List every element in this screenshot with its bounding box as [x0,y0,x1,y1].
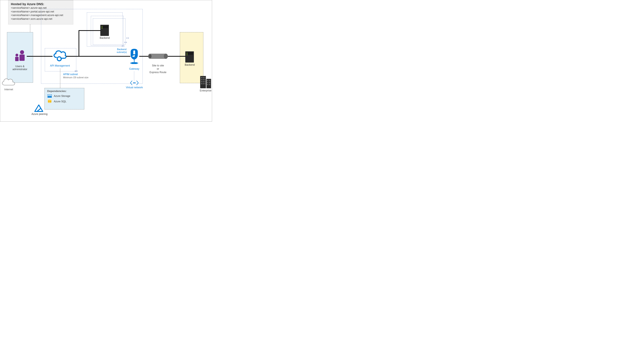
conn-pipe-enterprise [168,56,186,57]
svg-point-20 [133,50,135,52]
vpn-label-3: Express Route [147,71,169,74]
backend-top-label: Backend [98,36,111,40]
gateway-label: Gateway [126,68,142,70]
svg-rect-4 [15,57,18,61]
svg-rect-52 [207,80,208,81]
svg-rect-54 [207,82,208,83]
svg-rect-21 [133,52,135,54]
svg-point-35 [187,53,188,53]
svg-rect-59 [48,96,52,98]
svg-rect-25 [137,63,138,64]
svg-point-11 [125,42,126,42]
cloud-icon [0,76,16,88]
api-management-icon [52,49,67,62]
svg-point-62 [48,100,51,101]
svg-text:SQL: SQL [48,102,51,103]
svg-rect-41 [203,77,204,78]
enterprise-building-icon [200,73,212,89]
svg-point-32 [149,54,152,58]
svg-point-10 [123,46,123,46]
svg-rect-42 [204,77,205,78]
svg-rect-46 [201,81,202,82]
virtual-network-icon [129,80,140,86]
svg-rect-55 [209,82,210,83]
conn-apim-gateway [66,56,130,57]
internet-label: Internet [3,88,14,91]
svg-rect-44 [203,79,204,80]
svg-rect-2 [20,54,24,61]
dns-title: Hosted by Azure DNS: [11,2,70,6]
conn-users-apim [27,56,52,57]
enterprise-server-icon [185,51,194,62]
svg-rect-56 [207,84,208,85]
svg-point-26 [133,82,134,83]
svg-rect-57 [209,84,210,85]
apim-label: API Management [46,64,74,67]
svg-rect-30 [150,54,166,59]
svg-rect-50 [203,83,204,84]
vpn-label-1: Site to site [147,64,169,67]
virtual-network-label: Virtual network [123,86,146,89]
svg-point-31 [164,54,168,59]
backend-subnet-box-3 [93,18,126,45]
dependency-row-storage: Azure Storage [47,94,82,98]
vpn-label-2: or [147,68,169,70]
svg-point-3 [16,54,18,56]
svg-point-28 [135,82,136,83]
dependencies-box: Dependencies: Azure Storage SQL Azure SQ… [44,88,84,110]
svg-rect-60 [48,95,52,95]
svg-rect-24 [130,63,132,64]
apim-to-deps-connector [60,68,60,88]
users-label: Users & administrator [8,65,31,71]
backend-subnet-peering-icon-3 [126,37,129,39]
svg-rect-53 [209,80,210,81]
svg-rect-34 [186,52,193,55]
apim-subnet-note: Minimum /29 subnet size [63,76,94,79]
dependency-sql-label: Azure SQL [54,100,66,103]
svg-rect-49 [201,83,202,84]
backend-subnet-peering-icon-2 [124,41,127,43]
svg-point-18 [102,27,102,28]
gateway-to-vnet-connector [134,72,134,81]
architecture-diagram: Hosted by Azure DNS: <serviceName>.azure… [0,0,212,122]
svg-rect-48 [204,81,205,82]
svg-point-8 [76,71,77,72]
backend-subnet-label: Backend subnet(s) [113,48,130,54]
svg-point-17 [102,26,102,27]
conn-apim-backend-v [78,30,79,56]
svg-point-9 [123,46,123,46]
vpn-tunnel-icon [148,53,168,59]
enterprise-backend-label: Backend [183,64,196,66]
svg-rect-47 [203,81,204,82]
svg-rect-23 [132,62,137,64]
svg-rect-51 [204,83,205,84]
azure-storage-icon [47,94,52,98]
dependency-storage-label: Azure Storage [54,94,70,98]
svg-point-12 [126,42,126,42]
azure-sql-icon: SQL [47,99,52,104]
apim-peering-icon [74,70,78,72]
svg-rect-40 [201,77,202,78]
svg-point-14 [128,38,128,38]
users-icon [14,50,26,62]
backend-server-icon [100,25,109,36]
svg-rect-45 [204,79,205,80]
azure-peering-icon [34,104,43,112]
svg-point-36 [187,54,188,54]
apim-subnet-label: APIM subnet [63,73,83,76]
svg-point-1 [20,50,24,54]
backend-subnet-peering-icon-1 [122,45,124,47]
conn-gateway-pipe [139,56,148,57]
conn-apim-backend-h [78,30,100,31]
svg-point-19 [102,28,102,29]
enterprise-label: Enterprise [199,89,212,92]
azure-peering-label: Azure peering [30,112,49,116]
svg-rect-43 [201,79,202,80]
svg-rect-16 [101,26,108,28]
dependencies-title: Dependencies: [47,90,82,93]
dependency-row-sql: SQL Azure SQL [47,99,82,104]
svg-point-13 [127,38,128,38]
gateway-icon [129,48,140,66]
svg-point-27 [134,82,135,83]
svg-point-37 [187,55,188,55]
